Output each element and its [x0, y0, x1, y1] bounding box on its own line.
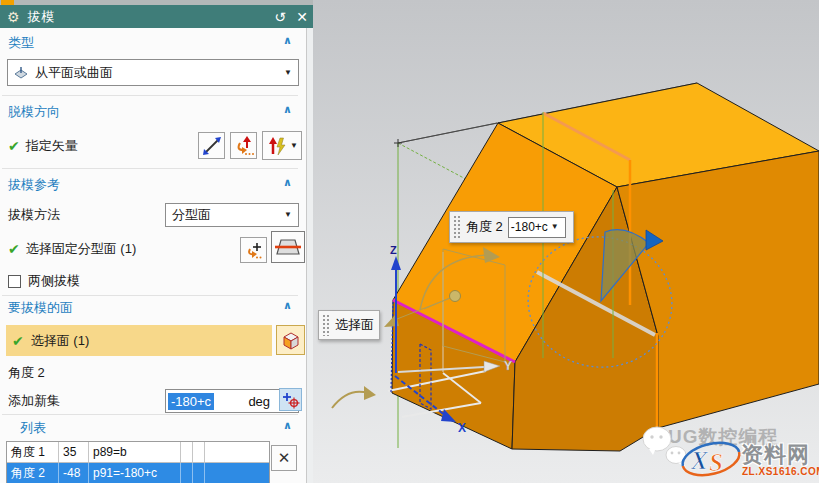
- draft-dialog[interactable]: ⚙ 拔模 ↺ ✕ 类型 ∧ 从平面或曲面 ▼ 脱模方: [0, 0, 313, 483]
- onscreen-angle-label: 角度 2: [466, 218, 503, 236]
- separator: [2, 95, 298, 96]
- section-draft-reference[interactable]: 拔模参考 ∧: [8, 176, 294, 192]
- both-sides-row[interactable]: 两侧拔模: [8, 271, 80, 291]
- parting-face-button[interactable]: [271, 231, 305, 263]
- vector-constructor-button[interactable]: ▼: [262, 131, 302, 160]
- separator: [2, 414, 298, 415]
- dialog-body: 类型 ∧ 从平面或曲面 ▼ 脱模方向 ∧ ✔ 指定矢量: [0, 28, 307, 483]
- select-face-tooltip[interactable]: 选择面: [318, 310, 380, 340]
- add-set-icon: [282, 391, 300, 409]
- point-plus-icon: [244, 240, 264, 260]
- chevron-up-icon[interactable]: ∧: [283, 177, 292, 188]
- face-cube-icon: [280, 329, 302, 351]
- x-axis-label: X: [458, 421, 466, 435]
- fixed-parting-row[interactable]: ✔ 选择固定分型面 (1): [8, 234, 136, 264]
- select-face-row[interactable]: ✔ 选择面 (1): [6, 325, 272, 356]
- dialog-titlebar[interactable]: ⚙ 拔模 ↺ ✕: [0, 5, 313, 28]
- check-icon: ✔: [8, 138, 20, 154]
- caret-down-icon[interactable]: ▼: [551, 223, 559, 231]
- check-icon: ✔: [12, 333, 24, 349]
- reverse-vector-icon: [202, 136, 222, 156]
- vector-constructor-icon: [266, 135, 288, 157]
- watermark-site-url: ZL.XS1616.COM: [742, 466, 819, 477]
- angle-list-table[interactable]: 角度 1 35 p89=b 角度 2 -48 p91=-180+c: [6, 441, 270, 483]
- draft-type-icon: [12, 65, 30, 81]
- section-list[interactable]: 列表 ∧: [20, 419, 294, 435]
- add-new-set-button[interactable]: [279, 388, 302, 411]
- reverse-vector-button[interactable]: [198, 132, 225, 159]
- section-faces-to-draft[interactable]: 要拔模的面 ∧: [8, 299, 294, 315]
- point-dialog-button[interactable]: [240, 237, 267, 263]
- remove-list-item-button[interactable]: ✕: [271, 445, 297, 471]
- onscreen-angle-input-box[interactable]: 角度 2 -180+c ▼: [449, 211, 574, 243]
- caret-down-icon[interactable]: ▼: [284, 69, 292, 77]
- angle2-label-wrap: 角度 2: [8, 361, 45, 385]
- type-dropdown[interactable]: 从平面或曲面 ▼: [7, 59, 299, 86]
- xs-logo: X S: [678, 437, 748, 481]
- section-draw-direction[interactable]: 脱模方向 ∧: [8, 103, 294, 119]
- select-face-tip-label: 选择面: [335, 316, 374, 334]
- dialog-title: 拔模: [28, 8, 56, 26]
- gear-icon: ⚙: [7, 9, 20, 25]
- svg-text:S: S: [709, 449, 723, 476]
- y-axis-label: Y: [504, 359, 512, 373]
- caret-down-icon[interactable]: ▼: [284, 211, 292, 219]
- chevron-up-icon[interactable]: ∧: [283, 104, 292, 115]
- z-axis-label: Z: [390, 244, 397, 256]
- angle2-value-selected[interactable]: -180+c: [168, 393, 214, 410]
- chevron-up-icon[interactable]: ∧: [283, 420, 292, 431]
- svg-text:X: X: [690, 447, 709, 474]
- specify-vector-row[interactable]: ✔ 指定矢量: [8, 131, 78, 161]
- vector-dialog-button[interactable]: [230, 132, 257, 159]
- delete-icon: ✕: [278, 449, 291, 467]
- caret-down-icon[interactable]: ▼: [290, 142, 298, 150]
- both-sides-checkbox[interactable]: [8, 275, 21, 288]
- separator: [2, 168, 298, 169]
- section-type[interactable]: 类型 ∧: [8, 34, 294, 50]
- nx-application-window: Z Y X UG数控编程 X S 资料网 ZL.XS1616.COM 角度 2 …: [0, 0, 819, 483]
- drag-grip-icon[interactable]: [453, 215, 462, 239]
- separator: [2, 295, 298, 296]
- draft-method-label-wrap: 拔模方法: [8, 203, 60, 227]
- reset-button[interactable]: ↺: [269, 9, 291, 25]
- check-icon: ✔: [8, 241, 20, 257]
- draft-method-dropdown[interactable]: 分型面 ▼: [165, 203, 299, 227]
- drag-grip-icon[interactable]: [322, 314, 331, 336]
- list-row-angle2-selected[interactable]: 角度 2 -48 p91=-180+c: [7, 463, 269, 483]
- angle2-unit: deg: [248, 394, 270, 409]
- handle-origin-ball[interactable]: [450, 291, 461, 302]
- face-collector-button[interactable]: [276, 325, 305, 355]
- vector-dialog-icon: [234, 136, 254, 156]
- chevron-up-icon[interactable]: ∧: [283, 35, 292, 46]
- list-row-angle1[interactable]: 角度 1 35 p89=b: [7, 442, 269, 463]
- chevron-up-icon[interactable]: ∧: [283, 300, 292, 311]
- close-button[interactable]: ✕: [291, 9, 313, 25]
- add-new-set-label-wrap: 添加新集: [8, 389, 60, 413]
- dialog-edge-strip: [307, 28, 313, 483]
- onscreen-angle-input[interactable]: -180+c ▼: [508, 217, 566, 238]
- parting-face-icon: [275, 236, 301, 258]
